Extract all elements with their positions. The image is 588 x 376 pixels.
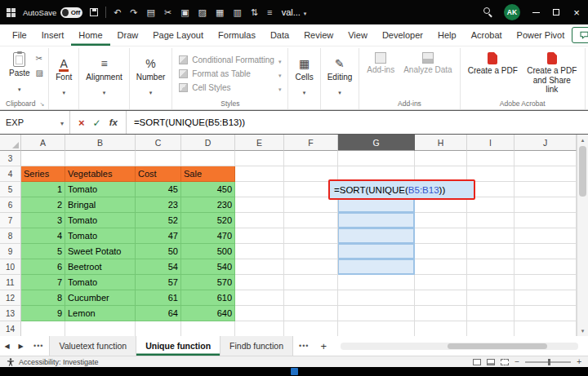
cell-G11[interactable] bbox=[338, 275, 415, 290]
cell-F13[interactable] bbox=[284, 306, 338, 321]
cell-A3[interactable] bbox=[21, 151, 65, 166]
cell-A7[interactable]: 3 bbox=[21, 213, 65, 228]
cell-A11[interactable]: 7 bbox=[21, 275, 65, 290]
tab-developer[interactable]: Developer bbox=[375, 24, 430, 46]
cell-A10[interactable]: 6 bbox=[21, 259, 65, 275]
row-header-6[interactable]: 6 bbox=[0, 197, 21, 213]
cell-B14[interactable] bbox=[65, 321, 136, 336]
cell-D14[interactable] bbox=[181, 321, 235, 336]
chart-icon[interactable]: ▥ bbox=[233, 8, 241, 17]
alignment-group-button[interactable]: ≡ Alignment bbox=[79, 48, 129, 109]
column-header-E[interactable]: E bbox=[235, 135, 284, 151]
cell-J5[interactable] bbox=[514, 182, 577, 197]
tab-data[interactable]: Data bbox=[263, 24, 296, 46]
cell-B12[interactable]: Cucumber bbox=[65, 290, 136, 306]
minimize-button[interactable] bbox=[531, 7, 541, 18]
cell-I10[interactable] bbox=[467, 259, 514, 275]
cell-A13[interactable]: 9 bbox=[21, 306, 65, 321]
cell-B6[interactable]: Bringal bbox=[65, 197, 136, 213]
cell-E6[interactable] bbox=[235, 197, 284, 213]
cell-H11[interactable] bbox=[415, 275, 467, 290]
cell-F7[interactable] bbox=[284, 213, 338, 228]
cell-G7[interactable] bbox=[338, 213, 415, 228]
cell-D12[interactable]: 610 bbox=[181, 290, 235, 306]
cell-I11[interactable] bbox=[467, 275, 514, 290]
cell-B7[interactable]: Tomato bbox=[65, 213, 136, 228]
cut-icon[interactable]: ✂ bbox=[36, 54, 43, 63]
enter-icon[interactable] bbox=[93, 115, 101, 130]
sheet-tab-findb-function[interactable]: Findb function bbox=[220, 336, 293, 356]
menu-icon[interactable]: ≡ bbox=[267, 8, 272, 17]
cell-D13[interactable]: 640 bbox=[181, 306, 235, 321]
scroll-down-icon[interactable]: ▾ bbox=[581, 328, 585, 334]
cell-J14[interactable] bbox=[514, 321, 577, 336]
cell-E9[interactable] bbox=[235, 244, 284, 259]
tab-review[interactable]: Review bbox=[296, 24, 341, 46]
zoom-in-icon[interactable]: + bbox=[577, 358, 581, 366]
comments-button[interactable]: Comments bbox=[572, 27, 588, 43]
cell-C14[interactable] bbox=[136, 321, 181, 336]
cell-A8[interactable]: 4 bbox=[21, 228, 65, 244]
column-header-J[interactable]: J bbox=[514, 135, 577, 151]
cell-I13[interactable] bbox=[467, 306, 514, 321]
cell-H10[interactable] bbox=[415, 259, 467, 275]
analyze-data-button[interactable]: Analyze Data bbox=[400, 50, 455, 75]
cell-B5[interactable]: Tomato bbox=[65, 182, 136, 197]
sheet-nav-left-icon[interactable]: ◀ bbox=[0, 336, 14, 356]
tab-formulas[interactable]: Formulas bbox=[211, 24, 263, 46]
cell-D4[interactable]: Sale bbox=[181, 166, 235, 182]
name-box-dropdown-icon[interactable] bbox=[60, 117, 64, 127]
cell-D11[interactable]: 570 bbox=[181, 275, 235, 290]
column-header-D[interactable]: D bbox=[181, 135, 235, 151]
accessibility-status[interactable]: Accessibility: Investigate bbox=[19, 358, 99, 366]
tab-help[interactable]: Help bbox=[430, 24, 464, 46]
cell-E3[interactable] bbox=[235, 151, 284, 166]
cell-C9[interactable]: 50 bbox=[136, 244, 181, 259]
cell-E13[interactable] bbox=[235, 306, 284, 321]
cell-F14[interactable] bbox=[284, 321, 338, 336]
cell-G13[interactable] bbox=[338, 306, 415, 321]
cell-D5[interactable]: 450 bbox=[181, 182, 235, 197]
cell-D6[interactable]: 230 bbox=[181, 197, 235, 213]
cell-E11[interactable] bbox=[235, 275, 284, 290]
number-group-button[interactable]: % Number bbox=[130, 48, 173, 109]
column-header-F[interactable]: F bbox=[284, 135, 338, 151]
avatar[interactable]: AK bbox=[504, 4, 520, 20]
name-box[interactable]: EXP bbox=[0, 111, 70, 134]
vertical-scrollbar[interactable]: ▴ ▾ bbox=[577, 135, 588, 336]
search-icon[interactable] bbox=[483, 7, 493, 18]
cell-G12[interactable] bbox=[338, 290, 415, 306]
copy-icon[interactable]: ▣ bbox=[180, 8, 189, 17]
cancel-icon[interactable] bbox=[78, 115, 85, 130]
new-sheet-button[interactable]: + bbox=[314, 336, 332, 356]
sheet-nav-right-icon[interactable]: ▶ bbox=[14, 336, 28, 356]
cell-A4[interactable]: Series bbox=[21, 166, 65, 182]
zoom-slider-knob[interactable] bbox=[548, 359, 550, 365]
add-ins-button[interactable]: Add-ins bbox=[363, 50, 398, 75]
column-header-G[interactable]: G bbox=[338, 135, 415, 151]
cell-J13[interactable] bbox=[514, 306, 577, 321]
cell-D3[interactable] bbox=[181, 151, 235, 166]
row-header-4[interactable]: 4 bbox=[0, 166, 21, 182]
undo-icon[interactable]: ↶ bbox=[114, 8, 121, 17]
cell-C13[interactable]: 64 bbox=[136, 306, 181, 321]
row-header-3[interactable]: 3 bbox=[0, 151, 21, 166]
cell-C7[interactable]: 52 bbox=[136, 213, 181, 228]
row-header-7[interactable]: 7 bbox=[0, 213, 21, 228]
cell-C11[interactable]: 57 bbox=[136, 275, 181, 290]
cut-icon[interactable]: ✂ bbox=[164, 8, 172, 17]
tab-power-pivot[interactable]: Power Pivot bbox=[510, 24, 572, 46]
close-button[interactable] bbox=[572, 7, 581, 18]
cell-J11[interactable] bbox=[514, 275, 577, 290]
cell-D9[interactable]: 500 bbox=[181, 244, 235, 259]
cell-C5[interactable]: 45 bbox=[136, 182, 181, 197]
cell-E12[interactable] bbox=[235, 290, 284, 306]
cell-A12[interactable]: 8 bbox=[21, 290, 65, 306]
format-painter-icon[interactable]: ▨ bbox=[198, 8, 207, 17]
cell-I7[interactable] bbox=[467, 213, 514, 228]
cell-G9[interactable] bbox=[338, 244, 415, 259]
conditional-formatting-button[interactable]: Conditional Formatting bbox=[176, 53, 283, 67]
cell-H14[interactable] bbox=[415, 321, 467, 336]
insert-function-icon[interactable]: fx bbox=[109, 117, 118, 127]
sheet-options-icon[interactable]: ••• bbox=[28, 336, 49, 356]
